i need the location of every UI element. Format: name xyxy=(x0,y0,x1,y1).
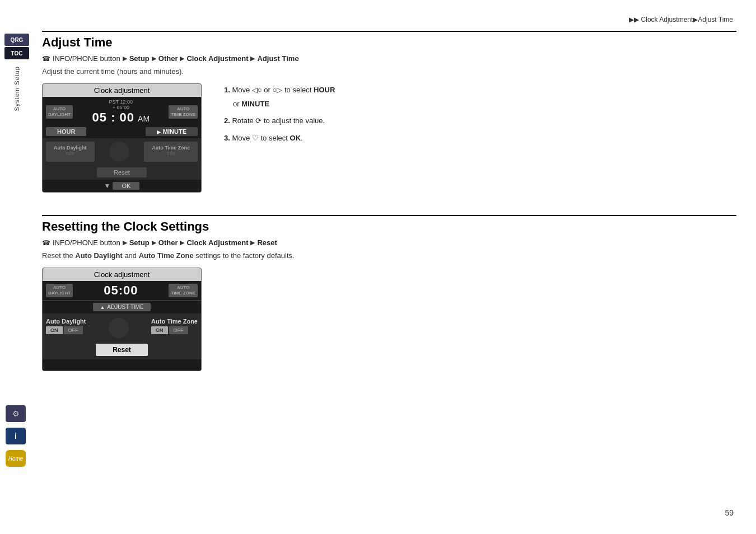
clock2-badge-right: AUTO TIME ZONE xyxy=(169,284,198,297)
nav-setup: Setup xyxy=(129,54,150,63)
step-1-or: or MINUTE xyxy=(233,100,269,108)
sidebar-btn-qrg[interactable]: QRG xyxy=(4,34,29,46)
nav-arrow1: ▶ xyxy=(123,55,127,62)
clock-display-2-reset: Reset xyxy=(43,340,201,359)
sidebar-section-label: System Setup xyxy=(13,66,20,111)
step-2: 2. Rotate ⟳ to adjust the value. xyxy=(224,114,335,128)
nav-adjust-time: Adjust Time xyxy=(257,54,298,63)
clock-display-2-middle: ADJUST TIME xyxy=(43,300,201,313)
auto-timezone-title: Auto Time Zone xyxy=(151,318,198,325)
breadcrumb-text: ▶▶ Clock Adjustment▶Adjust Time xyxy=(629,16,733,24)
selector-minute: MINUTE xyxy=(146,127,198,136)
nav2-arrow1: ▶ xyxy=(123,239,127,246)
ok-label: OK xyxy=(113,182,139,190)
breadcrumb: ▶▶ Clock Adjustment▶Adjust Time xyxy=(628,16,734,24)
settings-icon: ⚙ xyxy=(12,409,20,418)
info-icon: i xyxy=(15,432,17,441)
auto-daylight-buttons: ON OFF xyxy=(46,326,86,334)
main-content: Adjust Time ☎ INFO/PHONE button ▶ Setup … xyxy=(42,31,736,371)
nav-other: Other xyxy=(158,54,178,63)
step-1-num: 1. xyxy=(224,86,230,94)
section2-desc: Reset the Auto Daylight and Auto Time Zo… xyxy=(42,251,736,260)
clock-options: Auto Daylight rule Auto Time Zone rule xyxy=(43,138,201,165)
nav2-other: Other xyxy=(158,238,178,247)
steps-list: 1. Move ◁○ or ○▷ to select HOUR or MINUT… xyxy=(224,83,335,149)
option-auto-timezone: Auto Time Zone rule xyxy=(144,142,198,162)
clock-display-2-options: Auto Daylight ON OFF Auto Time Zone ON O… xyxy=(43,313,201,340)
clock-selectors: HOUR MINUTE xyxy=(43,127,201,138)
nav-arrow4: ▶ xyxy=(250,55,255,62)
section1-nav-path: ☎ INFO/PHONE button ▶ Setup ▶ Other ▶ Cl… xyxy=(42,54,736,63)
nav2-arrow4: ▶ xyxy=(250,239,255,246)
clock-ampm: AM xyxy=(138,114,150,123)
bold-auto-daylight: Auto Daylight xyxy=(75,251,123,260)
auto-daylight-option: Auto Daylight ON OFF xyxy=(46,318,86,338)
reset-display-btn: Reset xyxy=(96,344,148,356)
step-1: 1. Move ◁○ or ○▷ to select HOUR or MINUT… xyxy=(224,83,335,111)
clock-display-1-top: AUTO DAYLIGHT PST 12:00 + 05:00 05 : 00 … xyxy=(43,97,201,127)
adjust-time-display-btn: ADJUST TIME xyxy=(93,303,150,311)
nav2-arrow2: ▶ xyxy=(152,239,156,246)
clock-badge-right: AUTO TIME ZONE xyxy=(169,105,198,118)
clock-display-2: Clock adjustment AUTO DAYLIGHT 05:00 AUT… xyxy=(42,268,202,371)
clock-time-main: 05 : 00 xyxy=(92,110,135,125)
nav-arrow2: ▶ xyxy=(152,55,156,62)
section2-divider xyxy=(42,215,736,216)
step-2-num: 2. xyxy=(224,116,230,125)
selector-hour: HOUR xyxy=(46,127,86,136)
section1-title: Adjust Time xyxy=(42,35,736,50)
nav-clock-adj: Clock Adjustment xyxy=(186,54,248,63)
auto-daylight-off: OFF xyxy=(64,326,83,334)
sidebar: QRG TOC System Setup ⚙ i Home xyxy=(0,0,34,534)
auto-daylight-title: Auto Daylight xyxy=(46,318,86,325)
page-number: 59 xyxy=(725,508,734,517)
step-2-text: Rotate ⟳ to adjust the value. xyxy=(232,116,325,125)
section2: Resetting the Clock Settings ☎ INFO/PHON… xyxy=(42,215,736,371)
info-icon-btn[interactable]: i xyxy=(6,428,26,444)
step-3-text: Move ♡ to select OK. xyxy=(232,134,302,142)
section1-desc: Adjust the current time (hours and minut… xyxy=(42,67,736,76)
nav-prefix: INFO/PHONE button xyxy=(53,54,120,63)
nav-arrow3: ▶ xyxy=(180,55,184,62)
auto-timezone-buttons: ON OFF xyxy=(151,326,198,334)
auto-timezone-off: OFF xyxy=(169,326,188,334)
clock-display-1-title: Clock adjustment xyxy=(43,84,201,97)
nav2-setup: Setup xyxy=(129,238,150,247)
clock-ok-row: ▼ OK xyxy=(43,180,201,192)
auto-timezone-on: ON xyxy=(151,326,168,334)
nav2-reset: Reset xyxy=(257,238,277,247)
settings-icon-btn[interactable]: ⚙ xyxy=(6,405,26,422)
clock-reset-row: Reset xyxy=(43,165,201,180)
clock-reset-display: Reset xyxy=(97,167,147,177)
clock-display-2-top: AUTO DAYLIGHT 05:00 AUTO TIME ZONE xyxy=(43,281,201,300)
clock-offset: PST 12:00 + 05:00 xyxy=(92,99,150,110)
nav2-arrow3: ▶ xyxy=(180,239,184,246)
option-auto-daylight: Auto Daylight rule xyxy=(46,142,95,162)
clock2-badge-left: AUTO DAYLIGHT xyxy=(46,284,73,297)
content-row-1: Clock adjustment AUTO DAYLIGHT PST 12:00… xyxy=(42,83,736,193)
bold-auto-timezone: Auto Time Zone xyxy=(139,251,194,260)
auto-daylight-on: ON xyxy=(46,326,63,334)
sidebar-btn-toc[interactable]: TOC xyxy=(4,47,29,59)
clock-display-2-bottom xyxy=(43,359,201,371)
nav2-prefix: INFO/PHONE button xyxy=(53,238,120,247)
step-3: 3. Move ♡ to select OK. xyxy=(224,132,335,146)
home-icon-btn[interactable]: Home xyxy=(6,450,26,467)
clock-badge-left: AUTO DAYLIGHT xyxy=(46,105,73,118)
step-1-text: Move ◁○ or ○▷ to select HOUR xyxy=(232,86,335,94)
nav2-clock-adj: Clock Adjustment xyxy=(186,238,248,247)
clock2-time: 05:00 xyxy=(104,283,138,298)
phone-icon-2: ☎ xyxy=(42,239,50,247)
section1-divider xyxy=(42,31,736,32)
home-icon: Home xyxy=(8,456,24,462)
ok-down-arrow: ▼ xyxy=(104,182,111,190)
section2-nav-path: ☎ INFO/PHONE button ▶ Setup ▶ Other ▶ Cl… xyxy=(42,238,736,247)
auto-timezone-option: Auto Time Zone ON OFF xyxy=(151,318,198,338)
clock-display-2-title: Clock adjustment xyxy=(43,268,201,281)
step-3-num: 3. xyxy=(224,134,230,142)
phone-icon: ☎ xyxy=(42,55,50,63)
section2-title: Resetting the Clock Settings xyxy=(42,219,736,234)
clock-display-1: Clock adjustment AUTO DAYLIGHT PST 12:00… xyxy=(42,83,202,193)
